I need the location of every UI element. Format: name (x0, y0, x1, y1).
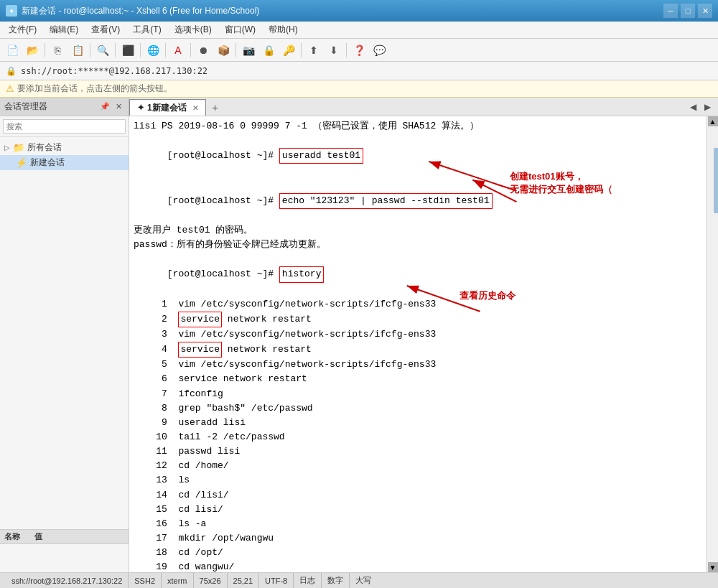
terminal-line-14: 8 grep "bash$" /etc/passwd (134, 401, 702, 416)
terminal-line-16: 10 tail -2 /etc/passwd (134, 430, 702, 444)
tab-add-button[interactable]: + (208, 99, 223, 116)
tab-new-session[interactable]: ✦ 1新建会话 ✕ (129, 99, 206, 116)
search-input[interactable] (3, 119, 126, 134)
prompt-2: [root@localhost ~]# (167, 150, 279, 161)
status-num-text: 数字 (327, 575, 343, 586)
status-bar: ssh://root@192.168.217.130:22 SSH2 xterm… (0, 572, 718, 588)
help-button[interactable]: ❓ (350, 42, 368, 59)
tree-node-session-label: 新建会话 (30, 157, 65, 169)
prompt-6: [root@localhost ~]# (167, 269, 279, 279)
status-log-text: 日志 (299, 575, 315, 586)
menu-help[interactable]: 帮助(H) (263, 22, 304, 37)
status-caps: 大写 (350, 573, 377, 588)
toolbar-sep-8 (301, 43, 302, 57)
copy-button[interactable]: ⎘ (48, 42, 67, 59)
terminal-line-2: [root@localhost ~]# useradd test01 (134, 134, 702, 178)
sidebar-search (0, 116, 129, 137)
color-button[interactable]: A (169, 42, 187, 59)
upload-button[interactable]: ⬆ (304, 42, 323, 59)
window-controls[interactable]: ─ □ ✕ (663, 4, 712, 18)
session-icon: ⚡ (16, 157, 27, 168)
transfer-button[interactable]: 📦 (214, 42, 233, 59)
record-button[interactable]: ⏺ (194, 42, 213, 59)
warning-icon: ⚠ (6, 83, 14, 94)
tree-expand-icon: ▷ (4, 144, 10, 151)
terminal-line-10: 4 service network restart (134, 342, 702, 358)
app-icon: ✦ (6, 5, 17, 17)
menu-view[interactable]: 查看(V) (85, 22, 126, 37)
menu-bar: 文件(F) 编辑(E) 查看(V) 工具(T) 选项卡(B) 窗口(W) 帮助(… (0, 22, 718, 39)
terminal-line-20: 14 cd /lisi/ (134, 488, 702, 503)
terminal-line-7: 1 vim /etc/sysconfig/network-scripts/ifc… (134, 297, 702, 312)
prop-col-name: 名称 (4, 531, 20, 542)
folder-icon: 📁 (13, 142, 24, 153)
terminal-area[interactable]: lisi PS 2019-08-16 0 99999 7 -1 （密码已设置，使… (129, 116, 707, 572)
toolbar-sep-6 (190, 43, 191, 57)
terminal-line-17: 11 passwd lisi (134, 444, 702, 459)
terminal-line-12: 6 service network restart (134, 372, 702, 386)
address-text: ssh://root:******@192.168.217.130:22 (21, 66, 208, 76)
toolbar: 📄 📂 ⎘ 📋 🔍 ⬛ 🌐 A ⏺ 📦 📷 🔒 🔑 ⬆ ⬇ ❓ 💬 (0, 39, 718, 62)
scrollbar-right[interactable]: ▲ ▼ (707, 116, 718, 572)
close-button[interactable]: ✕ (698, 4, 712, 18)
status-caps-text: 大写 (355, 575, 371, 586)
toolbar-sep-7 (236, 43, 236, 57)
session-panel-pin[interactable]: 📌 (99, 101, 111, 113)
property-header: 名称 值 (0, 530, 129, 544)
tabs-area: ✦ 1新建会话 ✕ + (129, 98, 686, 116)
tree-node-new-session[interactable]: ⚡ 新建会话 (0, 155, 129, 170)
menu-edit[interactable]: 编辑(E) (44, 22, 84, 37)
service-2: service (178, 342, 222, 358)
tab-close-button[interactable]: ✕ (192, 104, 198, 112)
minimize-button[interactable]: ─ (663, 4, 678, 18)
comment-button[interactable]: 💬 (370, 42, 388, 59)
find-button[interactable]: 🔍 (93, 42, 112, 59)
terminal-line-25: 19 cd wangwu/ (134, 560, 702, 572)
status-proto-text: SSH2 (134, 577, 155, 585)
menu-tabs[interactable]: 选项卡(B) (169, 22, 218, 37)
terminal-line-24: 18 cd /opt/ (134, 546, 702, 560)
terminal-line-13: 7 ifconfig (134, 387, 702, 401)
status-log: 日志 (294, 573, 322, 588)
tree-node-all-sessions[interactable]: ▷ 📁 所有会话 (0, 140, 129, 155)
tab-nav-next[interactable]: ▶ (701, 101, 714, 113)
toolbar-sep-1 (45, 43, 45, 57)
terminal-line-19: 13 ls (134, 473, 702, 487)
scroll-up-btn[interactable]: ▲ (708, 116, 718, 126)
menu-window[interactable]: 窗口(W) (219, 22, 261, 37)
open-button[interactable]: 📂 (23, 42, 42, 59)
main-area: ▷ 📁 所有会话 ⚡ 新建会话 名称 值 lisi PS 2019-08-16 … (0, 116, 718, 572)
scroll-thumb[interactable] (714, 148, 719, 213)
terminal-button[interactable]: ⬛ (118, 42, 137, 59)
screenshot-button[interactable]: 📷 (239, 42, 258, 59)
paste-button[interactable]: 📋 (68, 42, 87, 59)
lock-button[interactable]: 🔒 (259, 42, 278, 59)
tab-session-row: 会话管理器 📌 ✕ ✦ 1新建会话 ✕ + ◀ ▶ (0, 98, 718, 116)
key-button[interactable]: 🔑 (279, 42, 298, 59)
maximize-button[interactable]: □ (681, 4, 695, 18)
status-encoding: UTF-8 (259, 573, 294, 588)
session-panel-icons: 📌 ✕ (99, 101, 124, 113)
status-proto: SSH2 (129, 573, 162, 588)
globe-button[interactable]: 🌐 (144, 42, 162, 59)
scroll-down-btn[interactable]: ▼ (708, 562, 718, 572)
toolbar-sep-5 (165, 43, 166, 57)
tab-nav-prev[interactable]: ◀ (686, 101, 699, 113)
menu-file[interactable]: 文件(F) (3, 22, 42, 37)
menu-tools[interactable]: 工具(T) (127, 22, 167, 37)
session-panel-title: 会话管理器 (4, 101, 47, 113)
tab-label: 1新建会话 (147, 102, 187, 114)
new-session-button[interactable]: 📄 (3, 42, 22, 59)
status-ssh-text: ssh://root@192.168.217.130:22 (11, 577, 122, 585)
toolbar-sep-4 (140, 43, 141, 57)
title-bar-left: ✦ 新建会话 - root@localhost:~ - Xshell 6 (Fr… (6, 5, 259, 17)
status-num: 数字 (322, 573, 350, 588)
session-panel-close[interactable]: ✕ (113, 101, 124, 113)
terminal-line-5: passwd：所有的身份验证令牌已经成功更新。 (134, 238, 702, 252)
download-button[interactable]: ⬇ (325, 42, 343, 59)
title-bar: ✦ 新建会话 - root@localhost:~ - Xshell 6 (Fr… (0, 0, 718, 22)
annotation-view-history: 查看历史命令 (460, 289, 516, 303)
property-panel: 名称 值 (0, 529, 129, 572)
prompt-3: [root@localhost ~]# (167, 195, 279, 206)
session-panel-header: 会话管理器 📌 ✕ (0, 98, 129, 116)
